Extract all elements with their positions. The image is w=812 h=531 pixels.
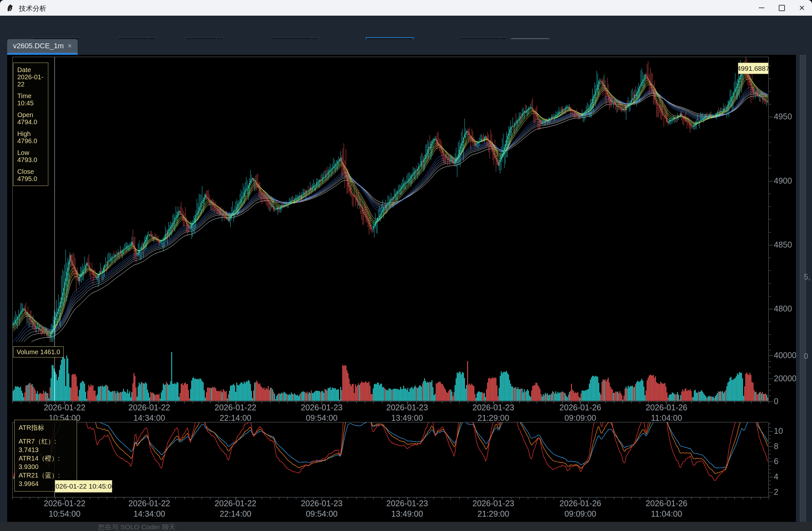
- tick-mark: [356, 401, 357, 403]
- tick-mark: [459, 401, 460, 403]
- tick-mark: [202, 497, 202, 499]
- tick-mark: [72, 401, 73, 403]
- tick-mark: [331, 497, 331, 499]
- tick-mark: [365, 401, 365, 403]
- window-title: 技术分析: [19, 4, 46, 13]
- tick-mark: [726, 401, 726, 403]
- tick-mark: [769, 309, 773, 309]
- tick-mark: [769, 362, 771, 362]
- y-axis-label: 0: [774, 397, 779, 406]
- x-axis-label: 14:34:00: [133, 509, 165, 519]
- tick-mark: [743, 497, 743, 499]
- tick-mark: [743, 401, 743, 403]
- tick-mark: [287, 401, 288, 403]
- minimize-button[interactable]: [751, 0, 771, 16]
- main-chart-canvas[interactable]: [13, 57, 768, 342]
- tick-mark: [150, 401, 150, 403]
- tick-mark: [769, 91, 771, 92]
- tick-mark: [769, 473, 771, 473]
- tick-mark: [769, 488, 771, 489]
- tick-mark: [133, 497, 133, 499]
- tick-mark: [124, 497, 124, 499]
- tick-mark: [322, 401, 322, 403]
- tick-mark: [769, 258, 771, 258]
- tick-mark: [459, 497, 460, 499]
- ohlc-info-box: Date2026-01-22 Time10:45 Open4794.0 High…: [13, 63, 48, 186]
- tab-close-icon[interactable]: ×: [68, 42, 72, 50]
- maximize-button[interactable]: [771, 0, 792, 16]
- tick-mark: [580, 401, 581, 405]
- tick-mark: [373, 401, 374, 403]
- tick-mark: [408, 497, 408, 499]
- x-axis-label: 21:29:00: [478, 413, 509, 423]
- y-axis-label: 4950: [774, 112, 792, 121]
- tick-mark: [141, 497, 142, 499]
- price-tooltip: 4991.6887: [738, 63, 769, 74]
- volume-canvas[interactable]: [13, 342, 768, 401]
- tick-mark: [554, 401, 554, 403]
- main-chart-panel[interactable]: [12, 57, 769, 342]
- tick-mark: [769, 461, 773, 462]
- tick-mark: [81, 497, 82, 499]
- tick-mark: [606, 497, 606, 499]
- tick-mark: [769, 484, 771, 485]
- right-scrollbar[interactable]: [800, 55, 806, 522]
- close-button[interactable]: ×: [792, 0, 812, 16]
- tick-mark: [494, 497, 494, 499]
- tab-v2605-dce-1m[interactable]: v2605.DCE_1m ×: [7, 39, 78, 55]
- tick-mark: [769, 344, 771, 344]
- y-axis-label: 10: [774, 426, 783, 436]
- background-window-text-fragment: 0: [804, 352, 808, 361]
- tick-mark: [193, 497, 193, 499]
- tick-mark: [270, 401, 271, 403]
- tick-mark: [691, 401, 692, 403]
- tick-mark: [769, 322, 771, 322]
- tick-mark: [476, 401, 477, 403]
- tick-mark: [391, 497, 391, 499]
- tick-mark: [769, 396, 771, 396]
- tick-mark: [769, 390, 771, 390]
- y-axis-label: 6: [774, 457, 779, 466]
- tick-mark: [339, 401, 339, 403]
- tick-mark: [769, 232, 771, 233]
- tick-mark: [184, 497, 185, 499]
- tick-mark: [391, 401, 391, 403]
- tick-mark: [21, 401, 21, 403]
- tick-mark: [64, 401, 64, 403]
- tick-mark: [279, 401, 279, 403]
- tick-mark: [485, 401, 485, 403]
- tick-mark: [175, 401, 176, 403]
- tick-mark: [769, 477, 773, 477]
- tick-mark: [305, 401, 305, 403]
- tick-mark: [769, 334, 771, 335]
- tick-mark: [159, 401, 159, 403]
- tab-bar: v2605.DCE_1m ×: [0, 39, 812, 55]
- time-tooltip: 2026-01-22 10:45:00: [55, 480, 112, 492]
- tick-mark: [12, 497, 13, 499]
- tick-mark: [167, 497, 168, 499]
- x-axis-label: 11:04:00: [651, 509, 682, 519]
- tick-mark: [769, 469, 771, 470]
- tick-mark: [769, 296, 771, 296]
- tick-mark: [511, 401, 511, 403]
- tick-mark: [21, 497, 21, 499]
- tick-mark: [769, 78, 771, 79]
- tick-mark: [769, 350, 771, 350]
- atr-canvas[interactable]: [13, 423, 768, 497]
- tick-mark: [657, 497, 657, 499]
- tick-mark: [38, 497, 39, 499]
- tick-mark: [98, 497, 99, 499]
- tick-mark: [769, 481, 771, 481]
- tick-mark: [64, 497, 65, 501]
- tick-mark: [760, 497, 760, 499]
- tick-mark: [769, 424, 771, 424]
- app-window: 技术分析 × 代码: 交易所: 大商所 周期: 1分钟 图表类型: 实心蜡烛 主…: [0, 0, 812, 531]
- tick-mark: [56, 401, 56, 403]
- tick-mark: [107, 497, 107, 499]
- tick-mark: [305, 497, 305, 499]
- tick-mark: [769, 401, 773, 402]
- volume-panel[interactable]: [12, 342, 769, 401]
- tick-mark: [115, 497, 116, 499]
- atr-panel[interactable]: [12, 422, 769, 497]
- tick-mark: [313, 401, 314, 403]
